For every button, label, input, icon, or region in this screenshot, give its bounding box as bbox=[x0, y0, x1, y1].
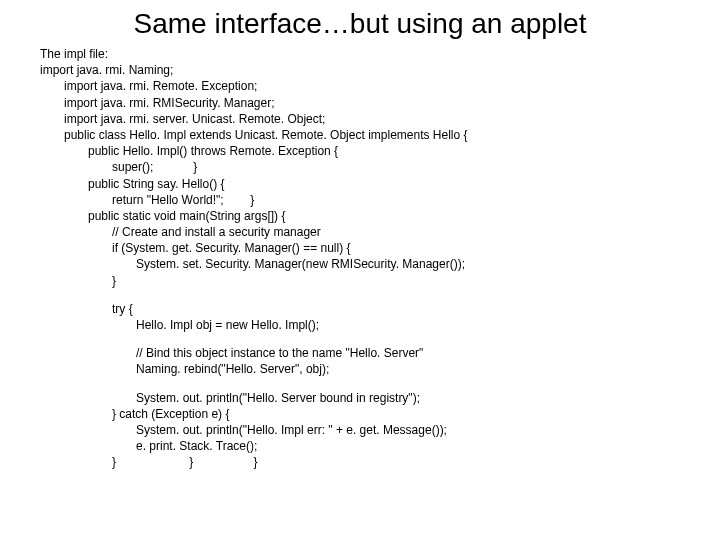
code-line: public static void main(String args[]) { bbox=[88, 208, 680, 224]
code-line: try { bbox=[112, 301, 680, 317]
code-line: System. out. println("Hello. Impl err: "… bbox=[136, 422, 680, 438]
code-line: import java. rmi. Remote. Exception; bbox=[64, 78, 680, 94]
code-line: } catch (Exception e) { bbox=[112, 406, 680, 422]
code-line: Naming. rebind("Hello. Server", obj); bbox=[136, 361, 680, 377]
code-line: Hello. Impl obj = new Hello. Impl(); bbox=[136, 317, 680, 333]
code-line: public String say. Hello() { bbox=[88, 176, 680, 192]
code-line: e. print. Stack. Trace(); bbox=[136, 438, 680, 454]
code-line: // Bind this object instance to the name… bbox=[136, 345, 680, 361]
code-line: public Hello. Impl() throws Remote. Exce… bbox=[88, 143, 680, 159]
code-line: The impl file: bbox=[40, 46, 680, 62]
code-line: System. out. println("Hello. Server boun… bbox=[136, 390, 680, 406]
code-line: if (System. get. Security. Manager() == … bbox=[112, 240, 680, 256]
code-line: return "Hello World!"; } bbox=[112, 192, 680, 208]
code-line bbox=[40, 333, 680, 345]
code-line: super(); } bbox=[112, 159, 680, 175]
code-line: } } } bbox=[112, 454, 680, 470]
code-line bbox=[40, 289, 680, 301]
slide: Same interface…but using an applet The i… bbox=[0, 0, 720, 540]
code-line: public class Hello. Impl extends Unicast… bbox=[64, 127, 680, 143]
code-line: import java. rmi. RMISecurity. Manager; bbox=[64, 95, 680, 111]
code-line: import java. rmi. Naming; bbox=[40, 62, 680, 78]
code-line bbox=[40, 378, 680, 390]
code-line: } bbox=[112, 273, 680, 289]
code-line: // Create and install a security manager bbox=[112, 224, 680, 240]
code-line: System. set. Security. Manager(new RMISe… bbox=[136, 256, 680, 272]
code-body: The impl file:import java. rmi. Naming;i… bbox=[40, 46, 680, 471]
code-line: import java. rmi. server. Unicast. Remot… bbox=[64, 111, 680, 127]
slide-title: Same interface…but using an applet bbox=[40, 8, 680, 40]
